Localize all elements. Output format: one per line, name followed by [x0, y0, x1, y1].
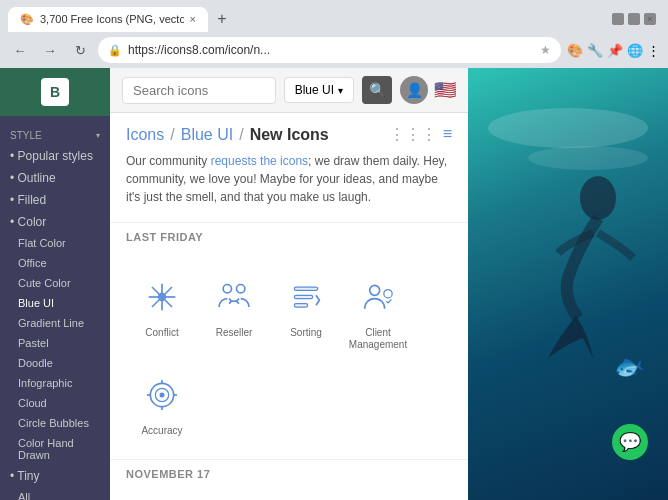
sidebar: B STYLE ▾ • Popular styles • Outline • F… [0, 68, 110, 500]
tab-favicon: 🎨 [20, 13, 34, 26]
address-bar: ← → ↻ 🔒 https://icons8.com/icon/n... ★ 🎨… [0, 32, 668, 68]
grid-toggle: ⋮⋮⋮ ≡ [389, 125, 452, 144]
icons-grid-nov-17: Customer Insight [110, 488, 468, 500]
sidebar-logo[interactable]: B [0, 68, 110, 116]
icon-reseller-box [210, 273, 258, 321]
grid-view-button[interactable]: ⋮⋮⋮ [389, 125, 437, 144]
refresh-button[interactable]: ↻ [68, 38, 92, 62]
sidebar-item-cute-color[interactable]: Cute Color [0, 273, 110, 293]
search-input[interactable] [133, 83, 265, 98]
list-view-button[interactable]: ≡ [443, 125, 452, 144]
category-label: Blue UI [295, 83, 334, 97]
svg-point-15 [160, 393, 165, 398]
chat-bubble-button[interactable]: 💬 [612, 424, 648, 460]
sidebar-item-blue-ui[interactable]: Blue UI [0, 293, 110, 313]
requests-link[interactable]: requests the icons [211, 154, 308, 168]
content-area: Blue UI ▾ 🔍 👤 🇺🇸 Icons / Blue UI / New I… [110, 68, 668, 500]
sidebar-item-infographic[interactable]: Infographic [0, 373, 110, 393]
window-maximize[interactable] [628, 13, 640, 25]
svg-point-11 [370, 285, 380, 295]
page-content: Blue UI ▾ 🔍 👤 🇺🇸 Icons / Blue UI / New I… [110, 68, 468, 500]
top-bar: Blue UI ▾ 🔍 👤 🇺🇸 [110, 68, 468, 113]
client-mgmt-label: Client Management [346, 327, 410, 351]
icon-client-management[interactable]: Client Management [342, 263, 414, 361]
flag-icon[interactable]: 🇺🇸 [434, 79, 456, 101]
lock-icon: 🔒 [108, 44, 122, 57]
icons-grid-last-friday: Conflict Reseller [110, 251, 468, 459]
breadcrumb-sep2: / [239, 126, 243, 144]
window-close[interactable]: × [644, 13, 656, 25]
ocean-svg [468, 78, 668, 378]
svg-point-6 [237, 285, 245, 293]
accuracy-label: Accuracy [130, 425, 194, 437]
icon-reseller[interactable]: Reseller [198, 263, 270, 361]
section-nov-17: NOVEMBER 17 [110, 459, 468, 488]
sidebar-item-gradient-line[interactable]: Gradient Line [0, 313, 110, 333]
style-section: STYLE ▾ • Popular styles • Outline • Fil… [0, 116, 110, 500]
user-avatar[interactable]: 👤 [400, 76, 428, 104]
ext-icon-2[interactable]: 🔧 [587, 43, 603, 58]
sidebar-item-cloud[interactable]: Cloud [0, 393, 110, 413]
ext-icon-4[interactable]: 🌐 [627, 43, 643, 58]
sidebar-item-circle-bubbles[interactable]: Circle Bubbles [0, 413, 110, 433]
reseller-svg [214, 277, 254, 317]
style-section-header: STYLE ▾ [0, 124, 110, 145]
conflict-svg [142, 277, 182, 317]
breadcrumb-sep1: / [170, 126, 174, 144]
new-tab-button[interactable]: + [208, 5, 236, 33]
conflict-label: Conflict [130, 327, 194, 339]
sidebar-item-all[interactable]: All [0, 487, 110, 500]
browser-tab[interactable]: 🎨 3,700 Free Icons (PNG, vector... × [8, 7, 208, 32]
breadcrumb-blue-ui[interactable]: Blue UI [181, 126, 233, 144]
icon-conflict[interactable]: Conflict [126, 263, 198, 361]
breadcrumb-new-icons: New Icons [250, 126, 329, 144]
sidebar-item-office[interactable]: Office [0, 253, 110, 273]
icon-accuracy[interactable]: Accuracy [126, 361, 198, 447]
chat-icon: 💬 [619, 431, 641, 453]
sidebar-item-outline[interactable]: • Outline [0, 167, 110, 189]
sidebar-item-color-hand-drawn[interactable]: Color Hand Drawn [0, 433, 110, 465]
client-mgmt-svg [358, 277, 398, 317]
forward-button[interactable]: → [38, 38, 62, 62]
menu-icon[interactable]: ⋮ [647, 43, 660, 58]
icon-sorting-box [282, 273, 330, 321]
url-text: https://icons8.com/icon/n... [128, 43, 534, 57]
sorting-svg [286, 277, 326, 317]
url-bar[interactable]: 🔒 https://icons8.com/icon/n... ★ [98, 37, 561, 63]
ext-icon-3[interactable]: 📌 [607, 43, 623, 58]
bookmark-icon[interactable]: ★ [540, 43, 551, 57]
sidebar-item-doodle[interactable]: Doodle [0, 353, 110, 373]
icon-sorting[interactable]: Sorting [270, 263, 342, 361]
breadcrumb-icons[interactable]: Icons [126, 126, 164, 144]
svg-rect-8 [294, 287, 317, 290]
style-label: STYLE [10, 130, 42, 141]
tab-label: 3,700 Free Icons (PNG, vector... [40, 13, 184, 25]
window-minimize[interactable] [612, 13, 624, 25]
sidebar-item-filled[interactable]: • Filled [0, 189, 110, 211]
ext-icon-1[interactable]: 🎨 [567, 43, 583, 58]
sidebar-item-popular[interactable]: • Popular styles [0, 145, 110, 167]
desc-before-link: Our community [126, 154, 211, 168]
icon-client-management-box [354, 273, 402, 321]
search-box [122, 77, 276, 104]
sidebar-item-color[interactable]: • Color [0, 211, 110, 233]
search-button[interactable]: 🔍 [362, 76, 392, 104]
sorting-label: Sorting [274, 327, 338, 339]
sidebar-item-tiny[interactable]: • Tiny [0, 465, 110, 487]
style-arrow[interactable]: ▾ [96, 131, 100, 140]
icon-conflict-box [138, 273, 186, 321]
logo-icon: B [41, 78, 69, 106]
svg-point-12 [384, 290, 392, 298]
tab-close-button[interactable]: × [190, 13, 196, 25]
search-icon: 🔍 [369, 82, 386, 98]
top-bar-icons: 👤 🇺🇸 [400, 76, 456, 104]
browser-chrome: 🎨 3,700 Free Icons (PNG, vector... × + ×… [0, 0, 668, 68]
category-dropdown[interactable]: Blue UI ▾ [284, 77, 354, 103]
sidebar-item-pastel[interactable]: Pastel [0, 333, 110, 353]
tab-bar: 🎨 3,700 Free Icons (PNG, vector... × + × [0, 0, 668, 32]
back-button[interactable]: ← [8, 38, 32, 62]
sidebar-item-flat-color[interactable]: Flat Color [0, 233, 110, 253]
breadcrumb: Icons / Blue UI / New Icons ⋮⋮⋮ ≡ [110, 113, 468, 152]
svg-point-63 [580, 176, 616, 220]
svg-point-62 [528, 146, 648, 170]
